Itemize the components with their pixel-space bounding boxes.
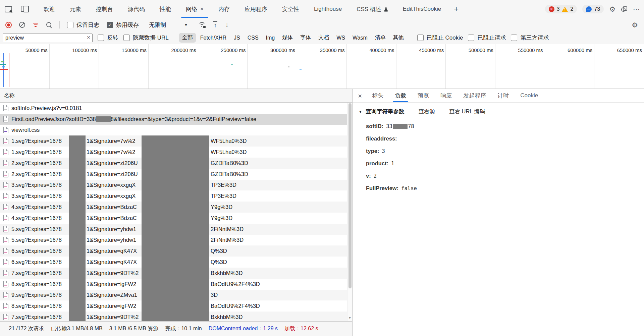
preserve-log-checkbox[interactable]: 保留日志 xyxy=(67,21,99,29)
throttling-dropdown[interactable]: 无限制 ▼ xyxy=(146,20,191,30)
param-key: softID: xyxy=(366,123,383,129)
device-toolbar-icon[interactable] xyxy=(21,6,29,12)
redaction-box xyxy=(96,116,111,122)
status-requests-count: 21 /172 次请求 xyxy=(9,325,44,332)
network-conditions-icon[interactable] xyxy=(198,22,205,28)
details-tab-preview[interactable]: 预览 xyxy=(414,89,433,102)
type-filter-media[interactable]: 媒体 xyxy=(279,33,296,43)
close-details-icon[interactable]: × xyxy=(358,92,362,99)
tab-welcome[interactable]: 欢迎 xyxy=(36,0,62,18)
type-filter-fetch-xhr[interactable]: Fetch/XHR xyxy=(197,34,229,42)
errors-warnings-badge[interactable]: ✕ 3 2 xyxy=(545,5,577,13)
query-params-list: softID:3378fileaddress:type:3product:1v:… xyxy=(366,120,644,194)
inspect-element-icon[interactable] xyxy=(5,6,12,12)
tab-console[interactable]: 控制台 xyxy=(89,0,120,18)
filter-input[interactable] xyxy=(3,34,93,42)
param-value-prefix: 33 xyxy=(386,123,392,129)
details-tab-initiator[interactable]: 发起程序 xyxy=(459,89,490,102)
clear-filter-icon[interactable]: × xyxy=(87,34,90,41)
request-name-mid: 1&Signature=qK47X xyxy=(87,259,137,265)
param-value: 3 xyxy=(382,148,385,154)
tab-lighthouse[interactable]: Lighthouse xyxy=(307,0,349,18)
type-filter-all[interactable]: 全部 xyxy=(179,33,196,43)
checkbox-unchecked-icon xyxy=(67,22,73,28)
table-row[interactable]: viewroll.css xyxy=(0,125,352,136)
disable-cache-checkbox[interactable]: ✓ 禁用缓存 xyxy=(107,21,139,29)
vertical-scrollbar[interactable]: ▼ xyxy=(347,103,352,321)
file-icon xyxy=(3,138,8,144)
checkbox-unchecked-icon xyxy=(98,35,104,41)
filter-divider xyxy=(412,34,412,42)
add-tab-button[interactable]: + xyxy=(448,0,464,18)
messages-badge[interactable]: 73 xyxy=(582,5,604,13)
file-icon xyxy=(3,204,8,210)
hide-data-url-checkbox[interactable]: 隐藏数据 URL xyxy=(123,34,169,42)
tab-label: 应用程序 xyxy=(245,5,267,13)
tab-elements[interactable]: 元素 xyxy=(62,0,89,18)
status-load: 加载：12.62 s xyxy=(284,325,318,332)
details-tab-timing[interactable]: 计时 xyxy=(493,89,513,102)
scrollbar-down-arrow-icon[interactable]: ▼ xyxy=(347,315,352,321)
query-param-row: product:1 xyxy=(366,157,644,170)
third-party-checkbox[interactable]: 第三方请求 xyxy=(511,34,549,42)
tab-css-overview[interactable]: CSS 概述 xyxy=(349,0,395,18)
clear-network-log-icon[interactable] xyxy=(19,22,25,28)
details-tab-payload[interactable]: 负载 xyxy=(391,89,410,102)
type-filter-img[interactable]: Img xyxy=(263,34,278,42)
type-filter-ws[interactable]: WS xyxy=(333,34,348,42)
blocked-requests-checkbox[interactable]: 已阻止请求 xyxy=(468,34,506,42)
type-filter-css[interactable]: CSS xyxy=(245,34,262,42)
export-har-icon[interactable]: ↓ xyxy=(225,21,229,29)
collapse-triangle-icon[interactable]: ▼ xyxy=(359,110,362,114)
import-har-icon[interactable]: ↑ xyxy=(213,21,218,29)
details-tab-cookies[interactable]: Cookie xyxy=(516,89,542,102)
type-filter-manifest[interactable]: 清单 xyxy=(372,33,389,43)
filter-icon[interactable] xyxy=(33,22,39,27)
tab-label: Lighthouse xyxy=(314,6,342,12)
query-param-row: type:3 xyxy=(366,145,644,157)
type-filter-js[interactable]: JS xyxy=(231,34,243,42)
scrollbar-thumb[interactable] xyxy=(348,103,352,288)
table-header-row[interactable]: 名称 xyxy=(0,89,352,103)
timeline-tick: 200000 ms xyxy=(149,44,198,89)
table-row[interactable]: softInfo.Preview.js?v=0.0181 xyxy=(0,103,352,114)
table-row[interactable]: FirstLoadPreviewJson?softID=3388&fileadd… xyxy=(0,114,352,125)
query-param-row: softID:3378 xyxy=(366,120,644,132)
query-param-row: fileaddress: xyxy=(366,132,644,145)
record-network-log-icon[interactable] xyxy=(5,22,12,28)
param-value: false xyxy=(401,185,417,191)
tab-application[interactable]: 应用程序 xyxy=(237,0,275,18)
tab-network[interactable]: 网络× xyxy=(178,0,211,18)
type-filter-doc[interactable]: 文档 xyxy=(315,33,332,43)
blocked-cookies-checkbox[interactable]: 已阻止 Cookie xyxy=(417,34,463,42)
network-overview-timeline[interactable]: 50000 ms100000 ms150000 ms200000 ms25000… xyxy=(0,44,644,89)
tab-performance[interactable]: 性能 xyxy=(152,0,178,18)
search-icon[interactable] xyxy=(46,22,52,28)
type-filter-font[interactable]: 字体 xyxy=(297,33,314,43)
file-icon xyxy=(3,237,8,243)
details-tab-response[interactable]: 响应 xyxy=(436,89,456,102)
name-column-header[interactable]: 名称 xyxy=(4,92,15,99)
extensions-icon[interactable] xyxy=(621,6,628,12)
request-list: softInfo.Preview.js?v=0.0181FirstLoadPre… xyxy=(0,103,352,321)
request-name-mid: 1&Signature=9DT%2 xyxy=(87,270,139,276)
view-source-button[interactable]: 查看源 xyxy=(418,108,435,115)
tab-editthiscookie[interactable]: EditThisCookie xyxy=(395,0,448,18)
details-tab-headers[interactable]: 标头 xyxy=(368,89,387,102)
message-count: 73 xyxy=(594,6,600,12)
tab-sources[interactable]: 源代码 xyxy=(120,0,152,18)
close-tab-icon[interactable]: × xyxy=(200,6,204,12)
network-settings-gear-icon[interactable]: ⚙ xyxy=(632,21,638,29)
error-count: 3 xyxy=(557,6,560,12)
file-icon xyxy=(3,259,8,265)
timeline-tick: 50000 ms xyxy=(0,44,50,89)
settings-gear-icon[interactable]: ⚙ xyxy=(609,6,615,13)
tab-security[interactable]: 安全性 xyxy=(275,0,307,18)
view-url-encoded-button[interactable]: 查看 URL 编码 xyxy=(449,108,485,115)
more-menu-icon[interactable]: ⋯ xyxy=(633,6,640,13)
tab-memory[interactable]: 内存 xyxy=(211,0,237,18)
type-filter-wasm[interactable]: Wasm xyxy=(350,34,371,42)
type-filter-other[interactable]: 其他 xyxy=(390,33,407,43)
invert-filter-checkbox[interactable]: 反转 xyxy=(98,34,118,42)
tab-label: 网络 xyxy=(186,5,197,13)
